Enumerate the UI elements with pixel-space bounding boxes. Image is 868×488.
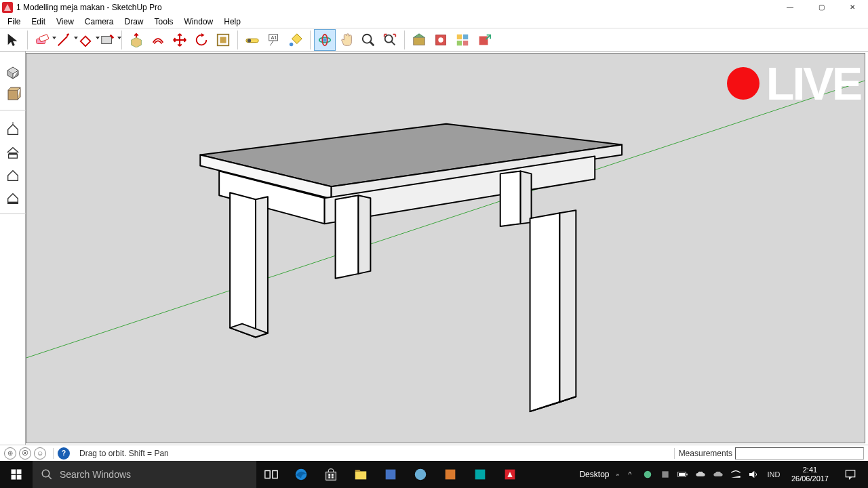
measurements-input[interactable]: [735, 447, 864, 460]
tray-battery-icon[interactable]: [676, 461, 690, 488]
title-bar: 1 Modelling meja makan - SketchUp Pro — …: [0, 0, 868, 15]
zoom-extents-tool[interactable]: [380, 30, 400, 50]
tray-volume-icon[interactable]: [747, 461, 760, 488]
svg-rect-60: [475, 470, 486, 480]
house-outline-icon[interactable]: [3, 166, 22, 185]
zoom-tool[interactable]: [358, 30, 378, 50]
tape-measure-tool[interactable]: [242, 30, 262, 50]
viewport-3d[interactable]: LIVE: [26, 53, 865, 443]
store-icon[interactable]: [316, 461, 346, 488]
desktop-label[interactable]: Desktop: [579, 470, 609, 479]
tray-cloud-icon[interactable]: [694, 461, 707, 488]
windows-taskbar: Search Windows Desktop » ^ IND 2:41 26/0…: [0, 461, 868, 488]
svg-marker-34: [358, 195, 370, 274]
pan-tool[interactable]: [336, 30, 357, 50]
svg-marker-33: [336, 195, 359, 279]
geolocation-icon[interactable]: ⊕: [4, 447, 16, 460]
toolbar-separator: [404, 30, 405, 49]
orbit-tool[interactable]: [315, 30, 335, 50]
taskbar-clock[interactable]: 2:41 26/06/2017: [787, 466, 833, 483]
tray-chevrons-icon[interactable]: »: [616, 472, 618, 478]
extension-warehouse-tool[interactable]: [431, 30, 451, 50]
rectangle-tool[interactable]: [97, 30, 117, 50]
svg-marker-35: [500, 171, 521, 226]
svg-rect-48: [265, 471, 270, 479]
side-toolbar: [0, 52, 26, 445]
status-hint: Drag to orbit. Shift = Pan: [79, 449, 670, 458]
svg-rect-44: [17, 470, 22, 474]
main-toolbar: A1: [0, 28, 868, 52]
svg-marker-41: [559, 210, 576, 402]
app-icon-2[interactable]: [406, 461, 435, 488]
maximize-button[interactable]: ▢: [806, 0, 837, 15]
move-tool[interactable]: [170, 30, 190, 50]
iso-top-icon[interactable]: [3, 62, 22, 81]
live-overlay: LIVE: [727, 57, 861, 110]
start-button[interactable]: [0, 461, 33, 488]
warehouse-tool[interactable]: [409, 30, 429, 50]
svg-rect-57: [386, 470, 396, 480]
model-canvas: [26, 54, 865, 443]
svg-rect-43: [12, 470, 16, 474]
taskbar-search[interactable]: Search Windows: [33, 461, 256, 488]
menu-window[interactable]: Window: [179, 17, 219, 26]
offset-tool[interactable]: [148, 30, 168, 50]
help-icon[interactable]: ?: [58, 447, 70, 460]
svg-rect-53: [332, 474, 334, 476]
live-text: LIVE: [766, 57, 861, 110]
svg-point-13: [363, 34, 372, 43]
credits-icon[interactable]: ⦿: [19, 447, 31, 460]
menu-draw[interactable]: Draw: [119, 17, 149, 26]
line-tool[interactable]: [54, 30, 74, 50]
toolbar-separator: [27, 30, 28, 49]
tray-app2-icon[interactable]: [658, 461, 672, 488]
layout-tool[interactable]: [452, 30, 473, 50]
svg-rect-4: [220, 37, 226, 43]
eraser-tool[interactable]: [32, 30, 52, 50]
tray-lang[interactable]: IND: [764, 461, 783, 488]
minimize-button[interactable]: —: [774, 0, 806, 15]
svg-rect-22: [479, 36, 488, 45]
select-tool[interactable]: [3, 30, 23, 50]
svg-point-58: [415, 469, 427, 481]
pushpull-tool[interactable]: [126, 30, 146, 50]
tray-overflow-icon[interactable]: ^: [623, 461, 637, 488]
tray-cloud2-icon[interactable]: [711, 461, 725, 488]
close-button[interactable]: ✕: [837, 0, 868, 15]
edge-icon[interactable]: [286, 461, 316, 488]
app-icon-1[interactable]: [376, 461, 406, 488]
tray-network-icon[interactable]: [729, 461, 743, 488]
explorer-icon[interactable]: [346, 461, 376, 488]
svg-rect-2: [102, 36, 112, 43]
house-base-icon[interactable]: [3, 189, 22, 208]
menu-tools[interactable]: Tools: [149, 17, 179, 26]
profile-icon[interactable]: ☺: [34, 447, 46, 460]
menu-help[interactable]: Help: [218, 17, 246, 26]
shape-tool[interactable]: [75, 30, 96, 50]
paint-bucket-tool[interactable]: [285, 30, 306, 50]
house-up-icon[interactable]: [3, 120, 22, 139]
house-roof-icon[interactable]: [3, 143, 22, 162]
menu-view[interactable]: View: [51, 17, 79, 26]
app-icon-3[interactable]: [435, 461, 465, 488]
app-icon-4[interactable]: [465, 461, 495, 488]
action-center-icon[interactable]: [837, 461, 864, 488]
text-tool[interactable]: A1: [264, 30, 284, 50]
menu-edit[interactable]: Edit: [26, 17, 51, 26]
tray-app1-icon[interactable]: [641, 461, 654, 488]
app-icon: [2, 2, 13, 13]
task-view-icon[interactable]: [256, 461, 286, 488]
svg-rect-51: [326, 472, 336, 480]
svg-point-17: [438, 37, 443, 42]
sketchup-taskbar-icon[interactable]: [495, 461, 525, 488]
extensions-tool[interactable]: [474, 30, 494, 50]
rotate-tool[interactable]: [191, 30, 212, 50]
svg-rect-65: [686, 474, 687, 476]
menu-file[interactable]: File: [2, 17, 26, 26]
svg-rect-18: [457, 34, 462, 39]
svg-point-6: [248, 39, 252, 43]
scale-tool[interactable]: [213, 30, 233, 50]
box-icon[interactable]: [3, 85, 22, 104]
menu-camera[interactable]: Camera: [79, 17, 119, 26]
svg-rect-63: [662, 471, 668, 477]
